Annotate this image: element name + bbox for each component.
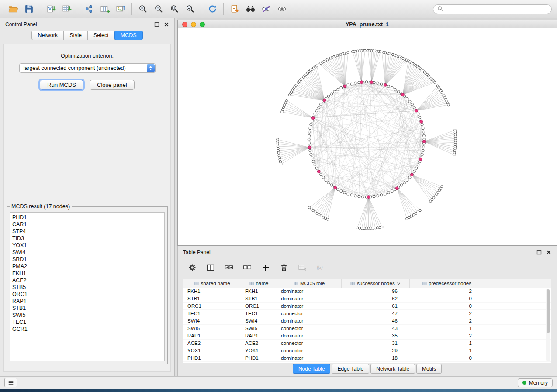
save-session-icon[interactable] bbox=[21, 3, 37, 16]
table-row[interactable]: SWI4SWI4dominator462 bbox=[183, 317, 551, 325]
close-panel-button[interactable]: Close panel bbox=[90, 80, 135, 90]
mcds-result-item[interactable]: SWI4 bbox=[10, 249, 164, 256]
delete-column-icon[interactable] bbox=[278, 262, 290, 273]
table-scrollbar[interactable] bbox=[546, 289, 550, 361]
hide-selected-icon[interactable] bbox=[258, 3, 274, 16]
column-header-successor-nodes[interactable]: successor nodes bbox=[342, 279, 410, 288]
table-cell: ORC1 bbox=[241, 303, 277, 309]
criterion-select[interactable]: largest connected component (undirected) bbox=[19, 63, 156, 73]
control-panel-tabs: NetworkStyleSelectMCDS bbox=[0, 31, 174, 40]
tab-network[interactable]: Network bbox=[31, 31, 64, 40]
window-close-icon[interactable] bbox=[182, 22, 187, 27]
table-header-row: shared namenameMCDS rolesuccessor nodesp… bbox=[183, 279, 551, 288]
tab-select[interactable]: Select bbox=[87, 31, 115, 40]
table-row[interactable]: SWI5SWI5connector431 bbox=[183, 325, 551, 332]
tab-style[interactable]: Style bbox=[63, 31, 88, 40]
show-all-icon[interactable] bbox=[274, 3, 290, 16]
settings-gear-icon[interactable] bbox=[187, 262, 198, 273]
mcds-result-item[interactable]: SRD1 bbox=[10, 256, 164, 263]
toolbar-separator bbox=[201, 3, 201, 15]
mcds-result-item[interactable]: RAP1 bbox=[10, 298, 164, 305]
table-grid-icon bbox=[422, 282, 427, 285]
refresh-icon[interactable] bbox=[204, 3, 220, 16]
select-all-icon[interactable] bbox=[223, 262, 235, 273]
svg-text:f(x): f(x) bbox=[317, 265, 322, 270]
network-graph[interactable] bbox=[178, 28, 557, 245]
table-cell: PHD1 bbox=[183, 355, 241, 361]
import-table-icon[interactable] bbox=[59, 3, 75, 16]
mcds-result-item[interactable]: PHD1 bbox=[10, 214, 164, 221]
table-cell: 0 bbox=[410, 303, 484, 309]
new-network-icon[interactable] bbox=[81, 3, 97, 16]
zoom-fit-icon[interactable] bbox=[166, 3, 182, 16]
mcds-result-item[interactable]: GCR1 bbox=[10, 326, 164, 333]
deselect-all-icon[interactable] bbox=[242, 262, 253, 273]
column-header-name[interactable]: name bbox=[241, 279, 277, 288]
table-row[interactable]: ORC1ORC1dominator610 bbox=[183, 303, 551, 310]
mcds-result-item[interactable]: TID3 bbox=[10, 235, 164, 242]
toolbar-icon-group bbox=[5, 3, 290, 16]
close-icon[interactable] bbox=[164, 22, 169, 27]
table-row[interactable]: STB1STB1dominator620 bbox=[183, 295, 551, 303]
table-cell: YOX1 bbox=[183, 348, 241, 353]
table-row[interactable]: FKH1FKH1dominator962 bbox=[183, 288, 551, 295]
column-layout-icon[interactable] bbox=[205, 262, 216, 273]
table-row[interactable]: ACE2ACE2connector311 bbox=[183, 340, 551, 347]
export-image-icon[interactable] bbox=[113, 3, 128, 16]
mcds-result-item[interactable]: YOX1 bbox=[10, 242, 164, 249]
mcds-result-item[interactable]: ACE2 bbox=[10, 277, 164, 284]
mcds-result-item[interactable]: FKH1 bbox=[10, 270, 164, 277]
application-window: Control Panel NetworkStyleSelectMCDS Opt… bbox=[0, 0, 557, 392]
table-cell: RAP1 bbox=[183, 333, 241, 338]
close-icon[interactable] bbox=[546, 250, 551, 255]
table-row[interactable]: PHD1PHD1dominator180 bbox=[183, 354, 551, 362]
window-maximize-icon[interactable] bbox=[200, 22, 205, 27]
share-document-icon[interactable] bbox=[227, 3, 242, 16]
column-header-shared-name[interactable]: shared name bbox=[183, 279, 241, 288]
mcds-result-item[interactable]: TEC1 bbox=[10, 319, 164, 326]
memory-button[interactable]: Memory bbox=[518, 378, 553, 387]
mcds-result-item[interactable]: ORC1 bbox=[10, 291, 164, 298]
scrollbar-thumb[interactable] bbox=[547, 289, 550, 333]
mcds-result-item[interactable]: STB1 bbox=[10, 305, 164, 312]
mcds-result-item[interactable]: STB5 bbox=[10, 284, 164, 291]
window-minimize-icon[interactable] bbox=[191, 22, 196, 27]
new-table-icon[interactable] bbox=[97, 3, 113, 16]
status-menu-button[interactable] bbox=[4, 378, 17, 387]
add-column-icon[interactable] bbox=[260, 262, 271, 273]
table-row[interactable]: TEC1TEC1connector472 bbox=[183, 310, 551, 317]
zoom-selected-icon[interactable] bbox=[182, 3, 198, 16]
tab-mcds[interactable]: MCDS bbox=[114, 31, 143, 40]
run-mcds-button[interactable]: Run MCDS bbox=[40, 80, 83, 90]
tab-motifs[interactable]: Motifs bbox=[416, 364, 442, 374]
table-panel-header-icons bbox=[536, 250, 551, 255]
zoom-in-icon[interactable] bbox=[135, 3, 151, 16]
column-header-mcds-role[interactable]: MCDS role bbox=[277, 279, 342, 288]
mcds-panel: Optimization criterion: largest connecte… bbox=[3, 44, 171, 372]
import-network-icon[interactable] bbox=[43, 3, 59, 16]
float-icon[interactable] bbox=[154, 22, 159, 27]
table-row[interactable]: RAP1RAP1dominator352 bbox=[183, 332, 551, 340]
mcds-result-item[interactable]: PMA2 bbox=[10, 263, 164, 270]
float-icon[interactable] bbox=[536, 250, 542, 255]
tab-node-table[interactable]: Node Table bbox=[293, 364, 331, 374]
table-grid-icon bbox=[294, 282, 298, 285]
search-network-icon[interactable] bbox=[242, 3, 258, 16]
network-canvas[interactable] bbox=[178, 28, 557, 245]
search-input[interactable] bbox=[445, 6, 547, 13]
open-session-icon[interactable] bbox=[5, 3, 21, 16]
column-header-predecessor-nodes[interactable]: predecessor nodes bbox=[410, 279, 484, 288]
memory-status-dot-icon bbox=[522, 381, 526, 385]
node-table: shared namenameMCDS rolesuccessor nodesp… bbox=[183, 279, 551, 363]
table-panel-title: Table Panel bbox=[183, 249, 211, 255]
table-row[interactable]: YOX1YOX1connector291 bbox=[183, 347, 551, 354]
tab-network-table[interactable]: Network Table bbox=[370, 364, 415, 374]
column-label: successor nodes bbox=[357, 281, 394, 286]
mcds-result-item[interactable]: CAR1 bbox=[10, 221, 164, 228]
tab-edge-table[interactable]: Edge Table bbox=[332, 364, 369, 374]
zoom-out-icon[interactable] bbox=[151, 3, 166, 16]
mcds-result-item[interactable]: STP4 bbox=[10, 228, 164, 235]
table-cell: dominator bbox=[277, 355, 342, 361]
table-cell: FKH1 bbox=[183, 289, 241, 294]
mcds-result-item[interactable]: SWI5 bbox=[10, 312, 164, 319]
